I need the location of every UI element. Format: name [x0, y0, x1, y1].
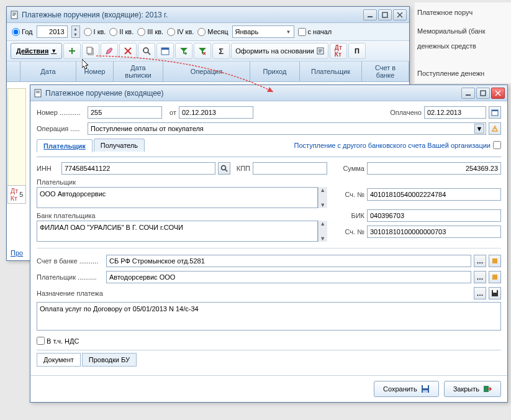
add-button[interactable]: [63, 43, 81, 59]
cancel-button[interactable]: Закрыть: [444, 381, 501, 397]
svg-rect-20: [423, 390, 428, 393]
more-button[interactable]: П: [348, 43, 366, 59]
copy-button[interactable]: [82, 43, 99, 59]
save-button[interactable]: Сохранить: [374, 381, 439, 397]
dialog-window: Платежное поручение (входящее) Номер ...…: [30, 84, 508, 403]
kpp-label: КПП: [237, 165, 250, 172]
other-account-checkbox[interactable]: [493, 141, 501, 149]
dialog-minimize-button[interactable]: [461, 88, 475, 99]
filter-remove-button[interactable]: [194, 43, 211, 59]
q2-radio[interactable]: II кв.: [109, 28, 133, 36]
acct2-label: Сч. №: [333, 228, 364, 235]
bank-acct-input[interactable]: [106, 255, 471, 267]
bank-scroll[interactable]: ▲▼: [318, 221, 328, 242]
number-label: Номер ...........: [37, 109, 85, 116]
from-start-checkbox[interactable]: с начал: [298, 28, 332, 36]
year-radio[interactable]: Год: [12, 28, 33, 36]
inn-search-button[interactable]: [218, 162, 230, 175]
payer2-ellipsis-button[interactable]: …: [474, 271, 486, 283]
col-payer[interactable]: Плательщик: [300, 62, 362, 81]
payer-textarea[interactable]: ООО Автодорсервис: [37, 187, 318, 208]
col-date[interactable]: Дата: [20, 62, 76, 81]
payer2-info-button[interactable]: [489, 271, 501, 283]
tab-postings[interactable]: Проводки БУ: [82, 353, 137, 367]
bank-acct-ellipsis-button[interactable]: …: [474, 255, 486, 267]
acct2-input[interactable]: [367, 226, 501, 238]
search-button[interactable]: [138, 43, 155, 59]
tab-payer[interactable]: Плательщик: [37, 139, 93, 152]
purpose-save-button[interactable]: [489, 287, 501, 299]
kpp-input[interactable]: [253, 162, 327, 175]
svg-rect-0: [11, 11, 17, 19]
inn-input[interactable]: [61, 162, 215, 175]
payer2-input[interactable]: [106, 271, 471, 283]
q4-radio[interactable]: IV кв.: [167, 28, 194, 36]
month-radio[interactable]: Месяц: [197, 28, 228, 36]
minimize-button[interactable]: [363, 9, 377, 21]
document-icon: [33, 88, 43, 98]
payer-scroll[interactable]: ▲▼: [318, 187, 328, 208]
bottom-tabs: Документ Проводки БУ: [37, 350, 501, 367]
table-header: Дата Номер Дата выписки Операция Приход …: [7, 62, 409, 82]
svg-rect-9: [481, 91, 486, 96]
side-strip: [7, 88, 26, 194]
operation-select[interactable]: Поступление оплаты от покупателя ▼: [88, 122, 486, 135]
process-basis-button[interactable]: Оформить на основании: [231, 43, 328, 59]
svg-rect-11: [492, 110, 498, 111]
month-select[interactable]: Январь▼: [232, 25, 294, 38]
sum-input[interactable]: [367, 162, 501, 175]
parent-title: Платежные поручения (входящие): 2013 г.: [22, 11, 363, 19]
purpose-textarea[interactable]: Оплата услуг по Договору от 05/01/2013 N…: [37, 302, 501, 331]
svg-rect-3: [87, 47, 92, 53]
filter-add-button[interactable]: [175, 43, 192, 59]
tab-document[interactable]: Документ: [37, 353, 81, 367]
col-marker[interactable]: [7, 62, 20, 81]
delete-button[interactable]: [119, 43, 137, 59]
col-operation[interactable]: Операция: [163, 62, 250, 81]
dialog-close-button[interactable]: [491, 88, 505, 99]
q1-radio[interactable]: I кв.: [84, 28, 106, 36]
maximize-button[interactable]: [378, 9, 392, 21]
year-spinner[interactable]: ▲▼: [71, 25, 80, 38]
bank-acct-info-button[interactable]: [489, 255, 501, 267]
col-number[interactable]: Номер: [76, 62, 114, 81]
close-button[interactable]: [393, 9, 407, 21]
dtKt-marker: ДтКт5: [7, 185, 26, 204]
calendar-button[interactable]: [156, 43, 174, 59]
bank-textarea[interactable]: ФИЛИАЛ ОАО "УРАЛСИБ" В Г. СОЧИ г.СОЧИ: [37, 221, 318, 242]
actions-button[interactable]: Действия▼: [11, 43, 62, 59]
period-filter-row: Год ▲▼ I кв. II кв. III кв. IV кв. Месяц…: [7, 23, 409, 41]
dialog-body: Номер ........... от 02.12.2013 Оплачено…: [30, 101, 507, 372]
bik-input[interactable]: [367, 209, 501, 222]
sum-button[interactable]: Σ: [212, 43, 230, 59]
dialog-maximize-button[interactable]: [476, 88, 490, 99]
bottom-link[interactable]: Про: [11, 249, 23, 257]
col-income[interactable]: Приход: [250, 62, 300, 81]
purpose-ellipsis-button[interactable]: …: [474, 287, 486, 299]
save-icon: [421, 385, 430, 393]
vat-checkbox[interactable]: В т.ч. НДС: [37, 337, 501, 345]
paid-calendar-button[interactable]: [489, 106, 501, 119]
dialog-title: Платежное поручение (входящее): [45, 89, 461, 98]
col-extract[interactable]: Дата выписки: [114, 62, 163, 81]
edit-button[interactable]: [101, 43, 118, 59]
bank-acct-label: Счет в банке ..........: [37, 257, 104, 265]
payer-field-label: Плательщик: [37, 178, 327, 186]
col-bank[interactable]: Счет в банке: [362, 62, 409, 81]
chevron-down-icon[interactable]: ▼: [474, 124, 484, 134]
operation-tool-button[interactable]: [489, 122, 501, 135]
payer2-label: Плательщик ..........: [37, 273, 104, 281]
dtKt-button[interactable]: ДтКт: [330, 43, 347, 59]
svg-point-12: [494, 128, 495, 129]
acct1-input[interactable]: [367, 188, 501, 201]
svg-rect-15: [492, 275, 497, 280]
acct1-label: Сч. №: [333, 191, 364, 198]
tab-recipient[interactable]: Получатель: [94, 139, 145, 152]
number-input[interactable]: [88, 106, 162, 119]
svg-rect-19: [423, 385, 428, 388]
q3-radio[interactable]: III кв.: [137, 28, 163, 36]
year-input[interactable]: [37, 25, 68, 38]
dialog-footer: Сохранить Закрыть: [30, 375, 507, 402]
from-date-input[interactable]: 02.12.2013: [179, 106, 253, 119]
paid-date-input[interactable]: 02.12.2013: [424, 106, 486, 119]
